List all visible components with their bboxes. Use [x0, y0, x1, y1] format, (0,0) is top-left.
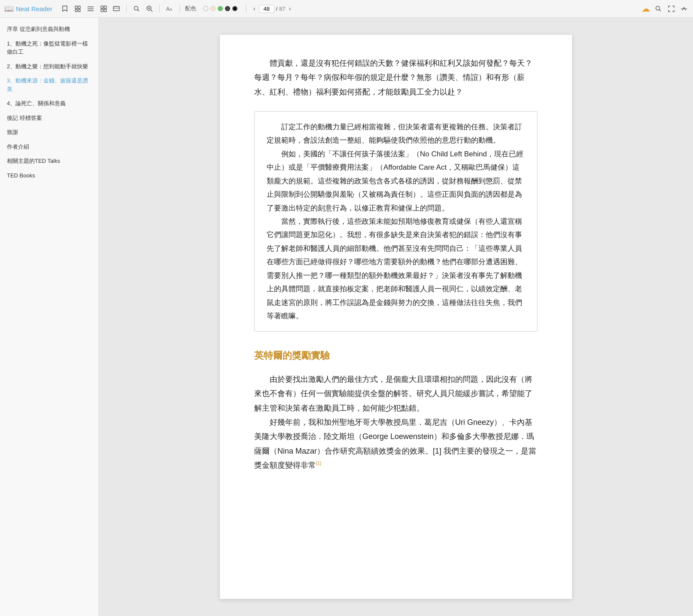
color-dot-white[interactable] [203, 6, 208, 11]
para-3: 好幾年前，我和加州聖地牙哥大學教授烏里．葛尼吉（Uri Gneezy）、卡內基美… [254, 415, 538, 473]
svg-rect-7 [101, 6, 103, 9]
main-layout: 序章 從悲劇到意義與動機 1、動機之死：像監獄電影裡一樣做白工 2、動機之樂：想… [0, 18, 693, 616]
sidebar-item-ch1[interactable]: 1、動機之死：像監獄電影裡一樣做白工 [0, 37, 98, 59]
sidebar-item-ch4[interactable]: 4、論死亡、關係和意義 [0, 96, 98, 111]
footnote-ref-1: [1] [316, 460, 321, 466]
svg-rect-11 [113, 6, 119, 11]
svg-rect-1 [78, 6, 80, 9]
quote-para-1: 訂定工作的動機力量已經相當複雜，但決策者還有更複雜的任務。決策者訂定規範時，會設… [267, 120, 525, 147]
page: 體貢獻，還是沒有犯任何錯誤的天數？健保福利和紅利又該如何發配？每天？每週？每月？… [220, 35, 572, 599]
search-right-icon[interactable] [653, 4, 663, 13]
sidebar-item-thanks[interactable]: 致謝 [0, 125, 98, 140]
cloud-icon[interactable]: ☁ [641, 3, 650, 14]
quote-para-3: 當然，實際執行後，這些政策未能如預期地修復教育或健保（有些人還宣稱它們讓問題更加… [267, 215, 525, 323]
color-dot-dark[interactable] [225, 6, 230, 11]
search-icon[interactable] [132, 4, 141, 13]
sidebar-item-books[interactable]: TED Books [0, 168, 98, 183]
svg-rect-10 [104, 9, 106, 12]
collapse-icon[interactable] [679, 4, 689, 13]
svg-line-16 [151, 10, 152, 12]
svg-text:A: A [170, 7, 172, 12]
sidebar-item-intro[interactable]: 序章 從悲劇到意義與動機 [0, 22, 98, 37]
color-dots [203, 6, 237, 11]
sidebar-item-author[interactable]: 作者介紹 [0, 140, 98, 154]
separator-4 [246, 5, 246, 12]
color-label: 配色 [185, 5, 196, 12]
app-name: Neat Reader [16, 5, 52, 12]
sidebar-item-afterword[interactable]: 後記 经標答案 [0, 111, 98, 125]
grid-icon[interactable] [99, 4, 108, 13]
layout-icon[interactable] [112, 4, 121, 13]
pages-icon[interactable] [73, 4, 82, 13]
svg-rect-8 [104, 6, 106, 9]
color-dot-light[interactable] [210, 6, 216, 11]
svg-line-22 [660, 10, 661, 12]
svg-rect-3 [78, 9, 80, 12]
menu-icon[interactable] [86, 4, 95, 13]
svg-text:A: A [166, 6, 170, 12]
next-page-button[interactable]: › [287, 4, 293, 13]
app-icon: 📖 [4, 4, 14, 13]
svg-rect-9 [101, 9, 103, 12]
color-dot-black[interactable] [232, 6, 237, 11]
right-icons: ☁ [641, 3, 689, 14]
svg-rect-2 [75, 9, 77, 12]
sidebar-item-ted[interactable]: 相關主題的TED Talks [0, 154, 98, 168]
search-zoom-icon[interactable] [145, 4, 154, 13]
prev-page-button[interactable]: ‹ [252, 4, 257, 13]
para-2: 由於要找出激勵人們的最佳方式，是個龐大且環環相扣的問題，因此沒有（將來也不會有）… [254, 372, 538, 415]
quote-para-2: 例如，美國的「不讓任何孩子落後法案」（No Child Left Behind，… [267, 147, 525, 215]
page-total: 87 [279, 6, 285, 12]
svg-point-13 [134, 6, 138, 10]
color-dot-green[interactable] [218, 6, 223, 11]
content-area: 體貢獻，還是沒有犯任何錯誤的天數？健保福利和紅利又該如何發配？每天？每週？每月？… [99, 18, 693, 616]
page-nav: ‹ / 87 › [252, 4, 292, 13]
app-brand: 📖 Neat Reader [4, 4, 52, 13]
separator-1 [126, 5, 127, 12]
fullscreen-icon[interactable] [666, 4, 676, 13]
separator-3 [179, 5, 180, 12]
sidebar: 序章 從悲劇到意義與動機 1、動機之死：像監獄電影裡一樣做白工 2、動機之樂：想… [0, 18, 99, 616]
section-title: 英特爾的獎勵實驗 [254, 347, 538, 365]
para-intro: 體貢獻，還是沒有犯任何錯誤的天數？健保福利和紅利又該如何發配？每天？每週？每月？… [254, 56, 538, 99]
toolbar: 📖 Neat Reader AA 配色 ‹ / 87 [0, 0, 693, 18]
font-size-icon[interactable]: AA [165, 4, 174, 13]
svg-line-14 [138, 10, 140, 12]
sidebar-item-ch2[interactable]: 2、動機之樂：想到能動手就快樂 [0, 59, 98, 74]
quote-box: 訂定工作的動機力量已經相當複雜，但決策者還有更複雜的任務。決策者訂定規範時，會設… [254, 111, 538, 332]
page-input[interactable] [259, 5, 274, 13]
page-separator: / [276, 6, 278, 12]
sidebar-item-ch3[interactable]: 3、動機來源：金錢、披薩還是讚美 [0, 73, 98, 96]
bookmark-icon[interactable] [60, 4, 70, 13]
svg-point-21 [656, 6, 660, 10]
separator-2 [159, 5, 160, 12]
svg-rect-0 [75, 6, 77, 9]
